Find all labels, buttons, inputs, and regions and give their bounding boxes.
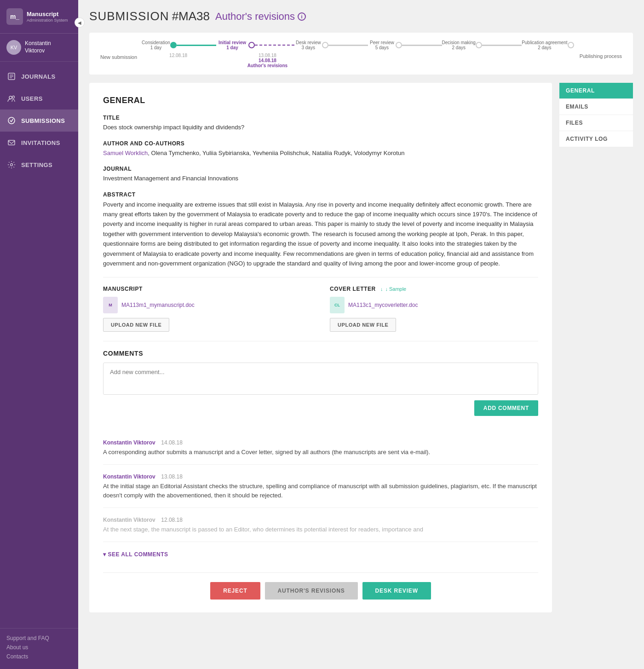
journal-icon bbox=[6, 71, 17, 81]
comments-section: Comments Add Comment Konstantin Viktorov… bbox=[103, 350, 538, 600]
side-nav-emails[interactable]: Emails bbox=[559, 99, 633, 115]
abstract-text: Poverty and income inequality are extrem… bbox=[103, 200, 538, 269]
sample-link[interactable]: ↓ ↓ Sample bbox=[380, 286, 406, 292]
node-2 bbox=[322, 42, 328, 48]
step-days-1: 1 day bbox=[226, 45, 238, 50]
manuscript-file-item: M MA113m1_mymanuscript.doc bbox=[103, 297, 311, 313]
submission-id: #MA38 bbox=[172, 9, 210, 23]
step-days-4: 2 days bbox=[452, 45, 466, 50]
journal-block: Journal Investment Management and Financ… bbox=[103, 166, 538, 183]
upload-manuscript-button[interactable]: Upload New File bbox=[103, 318, 169, 332]
step-label-0: Consideration bbox=[142, 40, 170, 45]
step-label-2: Desk review bbox=[296, 40, 321, 45]
submissions-icon bbox=[6, 115, 17, 126]
comment-author: Konstantin Viktorov bbox=[103, 473, 155, 480]
timeline: New submission Consideration 1 day Initi… bbox=[89, 33, 633, 75]
step-days-0: 1 day bbox=[150, 45, 161, 50]
add-comment-button[interactable]: Add Comment bbox=[474, 400, 538, 416]
desk-review-button[interactable]: Desk Review bbox=[362, 582, 431, 600]
invitations-icon bbox=[6, 138, 17, 148]
logo-area: m_ Manuscript Administration System bbox=[0, 0, 78, 34]
support-link[interactable]: Support and FAQ bbox=[6, 635, 72, 641]
manuscript-filename[interactable]: MA113m1_mymanuscript.doc bbox=[121, 302, 195, 308]
side-panel: General Emails Files Activity Log bbox=[559, 83, 633, 612]
page-header: Submission #MA38 Author's revisions i bbox=[89, 9, 633, 23]
cover-letter-filename[interactable]: MA113c1_mycoverletter.doc bbox=[348, 302, 418, 308]
about-link[interactable]: About us bbox=[6, 644, 72, 651]
manuscript-icon: M bbox=[103, 297, 118, 313]
abstract-block: Abstract Poverty and income inequality a… bbox=[103, 191, 538, 269]
comment-text: A corresponding author submits a manuscr… bbox=[103, 448, 538, 457]
comment-input[interactable] bbox=[103, 363, 538, 395]
sidebar-item-settings[interactable]: Settings bbox=[0, 154, 78, 176]
title-block: Title Does stock ownership impact liquid… bbox=[103, 115, 538, 132]
authors-value: Samuel Worklich, Olena Tymchenko, Yuliia… bbox=[103, 149, 538, 158]
connector-3-4 bbox=[402, 45, 442, 46]
node-1 bbox=[248, 42, 255, 48]
authors-revisions-sublabel: Author's revisions bbox=[247, 63, 288, 68]
logo-icon: m_ bbox=[6, 8, 23, 25]
sidebar-item-label: Submissions bbox=[21, 117, 65, 124]
svg-point-4 bbox=[9, 96, 12, 99]
side-nav-activity-log[interactable]: Activity Log bbox=[559, 131, 633, 147]
step-label-5: Publication agreement bbox=[522, 40, 568, 45]
sub-date-label: 14.08.18 bbox=[259, 58, 276, 63]
journal-value: Investment Management and Financial Inno… bbox=[103, 174, 538, 183]
sidebar-item-label: Users bbox=[21, 95, 43, 102]
main-content: Submission #MA38 Author's revisions i Ne… bbox=[78, 0, 644, 669]
node-0 bbox=[170, 42, 177, 48]
sidebar-item-submissions[interactable]: Submissions bbox=[0, 110, 78, 132]
cover-letter-icon: CL bbox=[330, 297, 345, 313]
sidebar-item-invitations[interactable]: Invitations bbox=[0, 132, 78, 154]
sidebar-item-label: Journals bbox=[21, 73, 56, 80]
comment-text: At the next stage, the manuscript is pas… bbox=[103, 525, 538, 534]
sidebar-item-users[interactable]: Users bbox=[0, 87, 78, 110]
chevron-down-icon: ▾ bbox=[103, 551, 106, 558]
download-icon: ↓ bbox=[380, 286, 383, 292]
sidebar-item-label: Settings bbox=[21, 161, 52, 168]
upload-cover-letter-button[interactable]: Upload New File bbox=[330, 318, 396, 332]
contacts-link[interactable]: Contacts bbox=[6, 653, 72, 660]
node-5 bbox=[568, 42, 574, 48]
side-nav-general[interactable]: General bbox=[559, 83, 633, 99]
avatar: KV bbox=[6, 40, 21, 55]
action-row: Reject Author's Revisions Desk Review bbox=[103, 572, 538, 600]
settings-icon bbox=[6, 160, 17, 170]
see-all-comments-button[interactable]: ▾ See All Comments bbox=[103, 549, 168, 559]
coauthors: , Olena Tymchenko, Yuliia Sybirianska, Y… bbox=[148, 150, 404, 156]
node-4 bbox=[476, 42, 482, 48]
sidebar-item-journals[interactable]: Journals bbox=[0, 65, 78, 87]
manuscript-label: Manuscript bbox=[103, 286, 143, 292]
sidebar-item-label: Invitations bbox=[21, 139, 60, 146]
user-name: Konstantin Viktorov bbox=[25, 40, 72, 54]
content-area: General Title Does stock ownership impac… bbox=[89, 83, 633, 612]
files-row: Manuscript M MA113m1_mymanuscript.doc Up… bbox=[103, 286, 538, 332]
comment-form: Add Comment bbox=[103, 363, 538, 416]
cover-letter-section: Cover Letter ↓ ↓ Sample CL MA113c1_mycov… bbox=[330, 286, 538, 332]
cover-letter-file-item: CL MA113c1_mycoverletter.doc bbox=[330, 297, 538, 313]
step-days-2: 3 days bbox=[301, 45, 315, 50]
connector-1-2 bbox=[255, 45, 294, 46]
comment-date: 12.08.18 bbox=[161, 517, 183, 523]
stage-label: Author's revisions bbox=[215, 11, 295, 23]
step-days-3: 5 days bbox=[375, 45, 389, 50]
authors-revisions-button[interactable]: Author's Revisions bbox=[265, 582, 358, 600]
side-nav-files[interactable]: Files bbox=[559, 115, 633, 131]
logo-sub: Administration System bbox=[27, 18, 68, 23]
comment-date: 14.08.18 bbox=[161, 439, 183, 446]
svg-point-6 bbox=[8, 117, 15, 124]
reject-button[interactable]: Reject bbox=[210, 582, 260, 600]
comment-author: Konstantin Viktorov bbox=[103, 517, 155, 523]
comment-date: 13.08.18 bbox=[161, 473, 183, 480]
sidebar: m_ Manuscript Administration System ◀ KV… bbox=[0, 0, 78, 669]
title-value: Does stock ownership impact liquidity an… bbox=[103, 123, 538, 132]
comment-text: At the initial stage an Editorial Assist… bbox=[103, 482, 538, 500]
connector-4-5 bbox=[482, 45, 522, 46]
author-link[interactable]: Samuel Worklich bbox=[103, 150, 148, 156]
manuscript-section: Manuscript M MA113m1_mymanuscript.doc Up… bbox=[103, 286, 311, 332]
sidebar-collapse-button[interactable]: ◀ bbox=[75, 17, 85, 28]
comment-list: Konstantin Viktorov 14.08.18 A correspon… bbox=[103, 438, 538, 560]
authors-block: Author and Co-Authors Samuel Worklich, O… bbox=[103, 140, 538, 158]
step-label-4: Decision making bbox=[442, 40, 476, 45]
info-icon[interactable]: i bbox=[298, 12, 306, 21]
